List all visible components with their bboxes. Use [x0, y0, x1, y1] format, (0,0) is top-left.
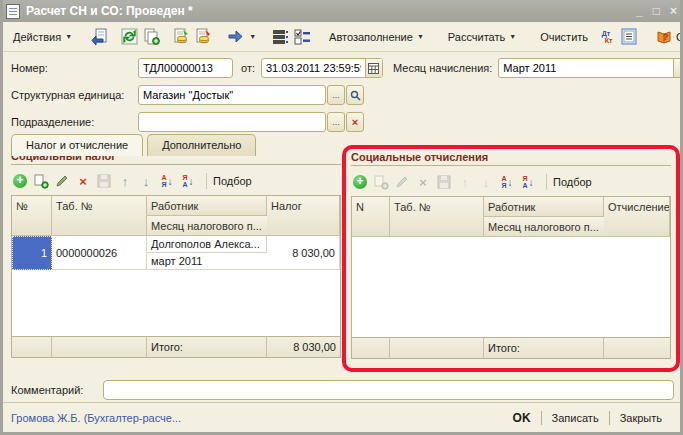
clear-x-icon: × — [352, 116, 358, 128]
goto-button[interactable]: ▼ — [223, 25, 260, 48]
add-row-button[interactable]: + — [11, 172, 29, 190]
tips-button[interactable]: ? Советы — [649, 25, 683, 49]
tab-tax-and-deduction[interactable]: Налог и отчисление — [11, 134, 143, 156]
empty-table-body[interactable] — [352, 237, 670, 337]
actions-menu-button[interactable]: Действия ▼ — [6, 27, 79, 47]
move-down-button[interactable]: ↓ — [477, 173, 495, 191]
col-header-taxmonth[interactable]: Месяц налогового п... — [147, 216, 267, 236]
unit-field[interactable] — [138, 85, 326, 105]
list-settings-button[interactable] — [270, 27, 290, 47]
minimize-button[interactable]: _ — [636, 4, 643, 18]
social-deductions-title: Социальные отчисления — [351, 151, 671, 166]
number-label: Номер: — [11, 62, 138, 74]
calendar-icon[interactable] — [365, 59, 382, 77]
autofill-button[interactable]: Автозаполнение ▼ — [322, 27, 431, 47]
chevron-down-icon: ▼ — [249, 33, 256, 40]
pick-button[interactable]: Подбор — [546, 174, 598, 190]
date-input[interactable] — [262, 62, 365, 74]
social-tax-table[interactable]: № Таб. № Работник Налог Месяц налогового… — [11, 195, 341, 358]
delete-row-button[interactable]: × — [74, 172, 92, 190]
social-tax-panel: Социальный налог + × ↑ ↓ АЯ ↓ ЯА ↓ П — [11, 150, 341, 358]
department-select-button[interactable]: ... — [327, 112, 345, 132]
col-header-tax[interactable]: Налог — [267, 196, 340, 236]
close-form-button[interactable]: Закрыть — [610, 409, 672, 427]
month-field[interactable]: ▼ — [498, 58, 683, 78]
social-deductions-highlight: Социальные отчисления + × ↑ ↓ АЯ ↓ — [342, 145, 680, 372]
date-field[interactable] — [261, 58, 383, 78]
department-input[interactable] — [139, 116, 325, 128]
department-field[interactable] — [138, 112, 326, 132]
document-window: Расчет СН и СО: Проведен * _ □ × Действи… — [0, 0, 683, 435]
comment-field[interactable] — [103, 380, 674, 400]
col-header-num[interactable]: N — [352, 197, 390, 237]
post-document-button[interactable] — [171, 27, 191, 47]
close-button[interactable]: × — [670, 4, 677, 18]
move-up-button[interactable]: ↑ — [456, 173, 474, 191]
maximize-button[interactable]: □ — [653, 4, 660, 18]
copy-row-button[interactable] — [32, 172, 50, 190]
sort-asc-button[interactable]: АЯ ↓ — [158, 172, 176, 190]
unpost-document-button[interactable] — [193, 27, 213, 47]
plus-icon: + — [353, 175, 367, 189]
window-title: Расчет СН и СО: Проведен * — [26, 4, 636, 18]
pick-button[interactable]: Подбор — [206, 173, 258, 189]
social-deductions-panel: Социальные отчисления + × ↑ ↓ АЯ ↓ — [351, 151, 671, 359]
copy-row-button[interactable] — [372, 173, 390, 191]
journal-icon[interactable] — [619, 27, 639, 47]
arrow-down-icon: ↓ — [508, 177, 513, 188]
comment-input[interactable] — [104, 384, 673, 396]
col-header-num[interactable]: № — [12, 196, 52, 236]
total-tax-value: 8 030,00 — [267, 336, 340, 357]
social-deductions-table[interactable]: N Таб. № Работник Отчисление Месяц налог… — [351, 196, 671, 359]
sort-desc-button[interactable]: ЯА ↓ — [179, 172, 197, 190]
delete-row-button[interactable]: × — [414, 173, 432, 191]
magnifier-icon[interactable] — [346, 85, 364, 105]
end-edit-button[interactable] — [95, 172, 113, 190]
chevron-down-icon: ▼ — [417, 33, 424, 40]
unit-input[interactable] — [139, 89, 325, 101]
pencil-icon — [395, 175, 409, 189]
department-label: Подразделение: — [11, 116, 138, 128]
month-label: Месяц начисления: — [393, 62, 492, 74]
add-row-button[interactable]: + — [351, 173, 369, 191]
col-header-employee[interactable]: Работник — [484, 197, 604, 217]
move-up-button[interactable]: ↑ — [116, 172, 134, 190]
arrow-down-icon: ↓ — [143, 174, 150, 189]
edit-row-button[interactable] — [53, 172, 71, 190]
number-field[interactable] — [138, 58, 233, 78]
col-header-taxmonth[interactable]: Месяц налогового п... — [484, 217, 604, 237]
month-input[interactable] — [499, 62, 673, 74]
move-down-button[interactable]: ↓ — [137, 172, 155, 190]
clear-button[interactable]: Очистить — [533, 27, 595, 47]
sort-asc-button[interactable]: АЯ ↓ — [498, 173, 516, 191]
dropdown-icon[interactable]: ▼ — [673, 59, 683, 77]
ok-button[interactable]: OK — [503, 408, 541, 428]
checkbox-list-button[interactable] — [292, 27, 312, 47]
arrow-down-icon: ↓ — [168, 176, 173, 187]
copy-document-button[interactable] — [141, 27, 161, 47]
reread-document-button[interactable] — [89, 27, 109, 47]
row-num-cell[interactable]: 1 — [12, 236, 52, 270]
col-header-deduction[interactable]: Отчисление — [604, 197, 670, 237]
department-clear-button[interactable]: × — [346, 112, 364, 132]
title-bar[interactable]: Расчет СН и СО: Проведен * _ □ × — [0, 0, 683, 22]
col-header-employee[interactable]: Работник — [147, 196, 267, 216]
social-tax-table-toolbar: + × ↑ ↓ АЯ ↓ ЯА ↓ Подбор — [11, 169, 341, 193]
row-tax-cell[interactable]: 8 030,00 — [267, 236, 340, 270]
number-input[interactable] — [139, 62, 232, 74]
end-edit-button[interactable] — [435, 173, 453, 191]
row-employee-cell[interactable]: Долгополов Алекса... — [147, 236, 267, 253]
row-taxmonth-cell[interactable]: март 2011 — [147, 253, 267, 270]
table-row[interactable]: 1 0000000026 Долгополов Алекса... 8 030,… — [12, 236, 340, 270]
save-icon — [97, 174, 111, 188]
col-header-tabnum[interactable]: Таб. № — [390, 197, 484, 237]
dt-kt-postings-icon[interactable]: Дт Кт — [597, 27, 617, 47]
row-tabnum-cell[interactable]: 0000000026 — [52, 236, 147, 270]
unit-select-button[interactable]: ... — [327, 85, 345, 105]
refresh-button[interactable] — [119, 27, 139, 47]
col-header-tabnum[interactable]: Таб. № — [52, 196, 147, 236]
write-button[interactable]: Записать — [542, 409, 609, 427]
edit-row-button[interactable] — [393, 173, 411, 191]
calculate-button[interactable]: Рассчитать ▼ — [441, 27, 523, 47]
sort-desc-button[interactable]: ЯА ↓ — [519, 173, 537, 191]
